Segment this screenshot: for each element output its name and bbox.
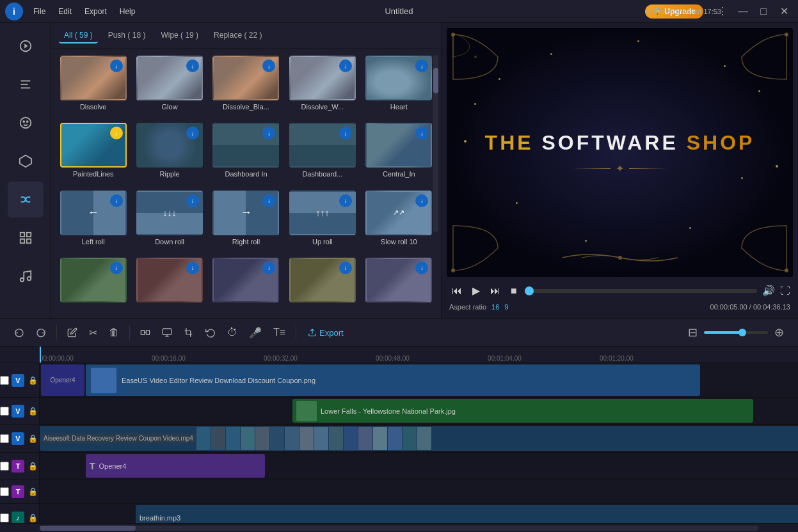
- step-forward-button[interactable]: ⏭: [488, 283, 503, 299]
- transition-right-roll[interactable]: ↓ → Right roll: [211, 191, 282, 253]
- transition-dissolve-w[interactable]: ↓ Dissolve_W...: [287, 56, 358, 118]
- menu-export[interactable]: Export: [79, 4, 112, 19]
- add-media-button[interactable]: [158, 325, 176, 340]
- track-lock-4[interactable]: 🔒: [27, 460, 39, 472]
- preview-canvas: THE SOFTWARE SHOP ✦: [447, 28, 793, 277]
- transition-down-roll[interactable]: ↓ ↓↓↓ Down roll: [134, 191, 205, 253]
- transition-up-roll[interactable]: ↓ ↑↑↑ Up roll: [287, 191, 358, 253]
- transition-dissolve[interactable]: ↓ Dissolve: [58, 56, 129, 118]
- window-controls: ⋮ — □ ✕: [714, 3, 793, 20]
- tab-push[interactable]: Push ( 18 ): [103, 28, 151, 43]
- track-row-video2: V 🔒 Aiseesoft Data Recovery Review Coupo…: [0, 425, 798, 453]
- svg-point-19: [20, 278, 24, 282]
- svg-marker-8: [19, 155, 31, 167]
- delete-button[interactable]: 🗑: [105, 324, 123, 341]
- transition-central-in[interactable]: ↓ Central_In: [363, 123, 435, 185]
- transition-row4b[interactable]: ↓: [134, 258, 205, 312]
- panel-scrollbar[interactable]: [433, 55, 438, 232]
- menu-file[interactable]: File: [28, 4, 51, 19]
- menu-bar: File Edit Export Help: [28, 4, 140, 19]
- clip-video-main[interactable]: EaseUS Video Editor Review Download Disc…: [86, 364, 700, 396]
- track-lock-1[interactable]: 🔒: [27, 375, 39, 386]
- tab-wipe[interactable]: Wipe ( 19 ): [156, 28, 203, 43]
- record-button[interactable]: 🎤: [245, 324, 266, 341]
- preview-title: THE SOFTWARE SHOP ✦: [485, 131, 755, 175]
- export-button[interactable]: Export: [303, 325, 349, 340]
- subtitle-button[interactable]: T≡: [269, 324, 289, 341]
- transition-dashboard-in[interactable]: ↓ Dashboard In: [211, 123, 282, 185]
- sidebar-item-grid[interactable]: [8, 220, 44, 256]
- close-button[interactable]: ✕: [775, 3, 793, 20]
- timer-button[interactable]: ⏱: [223, 324, 241, 341]
- clip-opener4-badge[interactable]: Opener4: [41, 364, 84, 396]
- maximize-button[interactable]: □: [754, 3, 772, 20]
- track-controls-1: V 🔒: [0, 363, 40, 397]
- track-checkbox-6[interactable]: [0, 513, 9, 522]
- transition-dashboard-out[interactable]: ↓ Dashboard...: [287, 123, 358, 185]
- stop-button[interactable]: ■: [508, 283, 520, 299]
- timeline-hscroll-track[interactable]: [40, 526, 758, 531]
- sidebar-item-transitions[interactable]: [8, 182, 44, 217]
- sidebar-item-text[interactable]: [8, 66, 44, 102]
- track-checkbox-2[interactable]: [0, 407, 9, 416]
- rotate-button[interactable]: [202, 325, 219, 340]
- track-checkbox-1[interactable]: [0, 376, 9, 385]
- track-lock-2[interactable]: 🔒: [27, 405, 39, 417]
- transition-heart[interactable]: ↓ Heart: [363, 56, 435, 118]
- transition-dissolve-bla[interactable]: ↓ Dissolve_Bla...: [211, 56, 282, 118]
- clip-text1[interactable]: T Opener4: [86, 454, 265, 478]
- tab-replace[interactable]: Replace ( 22 ): [209, 28, 267, 43]
- crop-button[interactable]: [180, 325, 198, 340]
- transition-row4a[interactable]: ↓: [58, 258, 129, 312]
- track-lock-6[interactable]: 🔒: [27, 512, 39, 524]
- track-lock-3[interactable]: 🔒: [27, 433, 39, 444]
- sidebar-item-music[interactable]: [8, 258, 44, 294]
- sidebar-item-face[interactable]: [8, 105, 44, 141]
- clip-video2[interactable]: Aiseesoft Data Recovery Review Coupon Vi…: [40, 426, 798, 451]
- volume-icon[interactable]: 🔊: [762, 285, 775, 297]
- track-checkbox-3[interactable]: [0, 434, 9, 443]
- menu-help[interactable]: Help: [115, 4, 141, 19]
- transition-slow-roll[interactable]: ↓ ↗↗ Slow roll 10: [363, 191, 435, 253]
- undo-button[interactable]: [10, 325, 28, 340]
- transition-row4e[interactable]: ↓: [363, 258, 435, 312]
- title-bar: i File Edit Export Help Untitled ⟳ Recen…: [0, 0, 798, 23]
- svg-point-22: [474, 56, 477, 58]
- step-back-button[interactable]: ⏮: [449, 283, 465, 299]
- clip-audio1[interactable]: breathin.mp3: [136, 505, 798, 523]
- clip-main-label: EaseUS Video Editor Review Download Disc…: [122, 377, 315, 384]
- transition-paintedlines[interactable]: ↓ PaintedLines: [58, 123, 129, 185]
- cut-button[interactable]: ✂: [85, 324, 101, 341]
- zoom-in-button[interactable]: ⊕: [770, 324, 788, 341]
- transition-glow[interactable]: ↓ Glow: [134, 56, 205, 118]
- timeline-hscroll-thumb[interactable]: [40, 526, 136, 531]
- ruler-mark-4: 00:01:04.00: [488, 355, 522, 362]
- corner-decoration-bl: [450, 223, 501, 274]
- transition-row4c[interactable]: ↓: [211, 258, 282, 312]
- timeline: 00:00:00.00 00:00:16.00 00:00:32.00 00:0…: [0, 347, 798, 532]
- transition-ripple[interactable]: ↓ Ripple: [134, 123, 205, 185]
- svg-point-24: [451, 269, 455, 272]
- progress-bar[interactable]: [525, 289, 757, 293]
- play-button[interactable]: ▶: [470, 282, 483, 299]
- track-checkbox-4[interactable]: [0, 462, 9, 471]
- sidebar-item-play[interactable]: [8, 28, 44, 64]
- track-lock-5[interactable]: 🔒: [27, 486, 39, 497]
- zoom-out-button[interactable]: ⊟: [684, 324, 701, 341]
- pen-button[interactable]: [63, 325, 81, 340]
- zoom-slider[interactable]: [704, 331, 768, 334]
- minimize-button[interactable]: —: [734, 3, 752, 20]
- fullscreen-icon[interactable]: ⛶: [780, 285, 790, 297]
- timeline-playhead[interactable]: [40, 347, 41, 363]
- split-button[interactable]: [136, 325, 154, 340]
- ruler-mark-3: 00:00:48.00: [376, 355, 410, 362]
- transition-left-roll[interactable]: ↓ ← Left roll: [58, 191, 129, 253]
- track-checkbox-5[interactable]: [0, 487, 9, 496]
- track-controls-5: T 🔒: [0, 480, 40, 503]
- redo-button[interactable]: [32, 325, 50, 340]
- menu-edit[interactable]: Edit: [53, 4, 77, 19]
- clip-image1[interactable]: Lower Falls - Yellowstone National Park.…: [292, 399, 753, 423]
- transition-row4d[interactable]: ↓: [287, 258, 358, 312]
- sidebar-item-overlay[interactable]: [8, 143, 44, 179]
- tab-all[interactable]: All ( 59 ): [59, 28, 98, 43]
